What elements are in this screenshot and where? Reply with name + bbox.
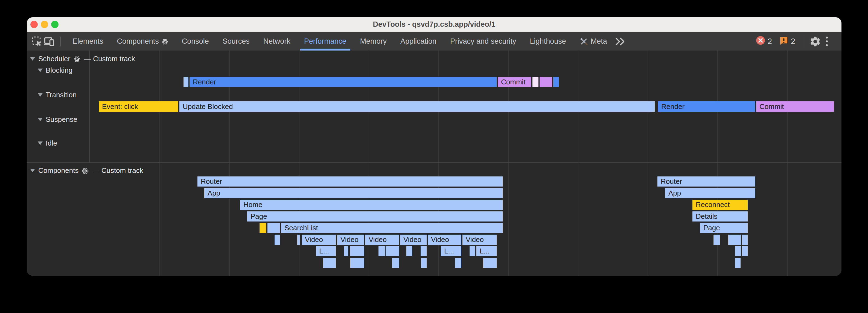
- tab-label: Sources: [223, 37, 250, 46]
- flame-bar-video[interactable]: Video: [337, 234, 365, 245]
- bar-label: Video: [462, 235, 497, 245]
- flame-bar-video[interactable]: Video: [462, 234, 497, 245]
- bar-label: Reconnect: [692, 200, 748, 210]
- lane-label-blocking[interactable]: Blocking: [38, 66, 72, 74]
- active-tab-underline: [300, 48, 350, 50]
- flame-bar[interactable]: [385, 246, 399, 256]
- flame-bar-app[interactable]: App: [204, 188, 503, 199]
- bar-label: Commit: [756, 101, 834, 112]
- close-window-button[interactable]: [30, 21, 38, 28]
- flame-bar-reconnect[interactable]: Reconnect: [692, 199, 748, 210]
- flame-bar[interactable]: [274, 234, 280, 245]
- error-badge[interactable]: 2: [756, 36, 772, 47]
- flame-bar[interactable]: [350, 257, 365, 268]
- inspect-element-icon[interactable]: [31, 34, 43, 48]
- gear-icon[interactable]: [809, 34, 821, 48]
- tab-network[interactable]: Network: [256, 32, 297, 50]
- flame-bar[interactable]: [421, 257, 427, 268]
- flame-bar-video[interactable]: Video: [365, 234, 399, 245]
- tab-label: Performance: [304, 37, 346, 46]
- flame-bar[interactable]: [297, 234, 300, 245]
- performance-panel: Scheduler — Custom track BlockingTransit…: [27, 50, 841, 276]
- scheduler-event[interactable]: [539, 76, 552, 88]
- scheduler-event[interactable]: [532, 76, 539, 88]
- lane-name: Suspense: [46, 115, 78, 124]
- scheduler-track-header[interactable]: Scheduler — Custom track: [30, 54, 135, 63]
- flame-bar-l[interactable]: L...: [316, 246, 336, 256]
- scheduler-event-commit[interactable]: Commit: [497, 76, 531, 88]
- flame-bar[interactable]: [742, 234, 748, 245]
- collapse-triangle-icon[interactable]: [38, 93, 43, 97]
- flame-bar-searchlist[interactable]: SearchList: [281, 222, 503, 233]
- flame-bar[interactable]: [469, 246, 475, 256]
- warning-badge[interactable]: 2: [779, 36, 795, 47]
- flame-bar[interactable]: [392, 257, 399, 268]
- lane-label-suspense[interactable]: Suspense: [38, 115, 78, 124]
- bar-label: Video: [365, 235, 399, 245]
- tab-sources[interactable]: Sources: [216, 32, 256, 50]
- collapse-triangle-icon[interactable]: [38, 69, 43, 72]
- lane-name: Idle: [46, 139, 57, 147]
- flame-bar[interactable]: [406, 246, 412, 256]
- flame-bar[interactable]: [735, 257, 741, 268]
- flame-bar-app[interactable]: App: [665, 188, 755, 199]
- tab-privacy-and-security[interactable]: Privacy and security: [443, 32, 523, 50]
- more-tabs-chevron-icon[interactable]: [614, 34, 626, 48]
- flame-bar[interactable]: [378, 246, 385, 256]
- flame-bar-router[interactable]: Router: [657, 176, 755, 187]
- collapse-triangle-icon[interactable]: [30, 57, 35, 61]
- flame-bar-details[interactable]: Details: [692, 211, 748, 222]
- minimize-window-button[interactable]: [41, 21, 48, 28]
- scheduler-event[interactable]: [183, 76, 189, 88]
- flame-bar-video[interactable]: Video: [400, 234, 427, 245]
- tab-memory[interactable]: Memory: [353, 32, 394, 50]
- tab-meta[interactable]: Meta: [573, 32, 614, 50]
- flame-bar[interactable]: [483, 257, 497, 268]
- flame-bar[interactable]: [344, 246, 348, 256]
- scheduler-event-commit[interactable]: Commit: [756, 101, 834, 112]
- flame-bar[interactable]: [735, 246, 741, 256]
- flame-bar-router[interactable]: Router: [197, 176, 503, 187]
- scheduler-event-event-click[interactable]: Event: click: [98, 101, 179, 112]
- flame-bar-l[interactable]: L...: [476, 246, 497, 256]
- bar-label: L...: [441, 246, 461, 256]
- tab-console[interactable]: Console: [175, 32, 216, 50]
- flame-bar[interactable]: [349, 246, 365, 256]
- flame-bar[interactable]: [728, 234, 741, 245]
- flame-bar[interactable]: [420, 246, 427, 256]
- flame-bar-page[interactable]: Page: [700, 222, 748, 233]
- collapse-triangle-icon[interactable]: [38, 118, 43, 121]
- flame-bar[interactable]: [323, 257, 336, 268]
- maximize-window-button[interactable]: [51, 21, 59, 28]
- components-track-header[interactable]: Components — Custom track: [30, 166, 143, 175]
- lane-label-idle[interactable]: Idle: [38, 139, 57, 147]
- flame-bar-video[interactable]: Video: [428, 234, 462, 245]
- tab-components[interactable]: Components: [110, 32, 175, 50]
- three-dot-menu-icon[interactable]: [821, 36, 832, 46]
- tab-lighthouse[interactable]: Lighthouse: [523, 32, 573, 50]
- flame-bar-page[interactable]: Page: [247, 211, 503, 222]
- react-atom-icon: [73, 55, 81, 63]
- bar-label: App: [665, 188, 755, 198]
- scheduler-event-update-blocked[interactable]: Update Blocked: [179, 101, 655, 112]
- flame-bar-video[interactable]: Video: [301, 234, 336, 245]
- flame-bar[interactable]: [713, 234, 720, 245]
- tab-performance[interactable]: Performance: [297, 32, 353, 50]
- scheduler-event-render[interactable]: Render: [189, 76, 497, 88]
- tab-elements[interactable]: Elements: [66, 32, 110, 50]
- flame-bar-home[interactable]: Home: [240, 199, 503, 210]
- scheduler-event[interactable]: [553, 76, 559, 88]
- flame-bar-l[interactable]: L...: [440, 246, 462, 256]
- flame-bar[interactable]: [267, 222, 280, 233]
- scheduler-event-render[interactable]: Render: [658, 101, 755, 112]
- collapse-triangle-icon[interactable]: [38, 141, 43, 145]
- timeline-gridline: [648, 50, 648, 276]
- flame-bar[interactable]: [455, 257, 462, 268]
- flame-bar[interactable]: [259, 222, 267, 233]
- tab-application[interactable]: Application: [394, 32, 443, 50]
- bar-label: Router: [657, 176, 755, 186]
- toggle-device-toolbar-icon[interactable]: [43, 34, 55, 48]
- flame-bar[interactable]: [742, 246, 748, 256]
- lane-label-transition[interactable]: Transition: [38, 91, 76, 99]
- collapse-triangle-icon[interactable]: [30, 169, 35, 172]
